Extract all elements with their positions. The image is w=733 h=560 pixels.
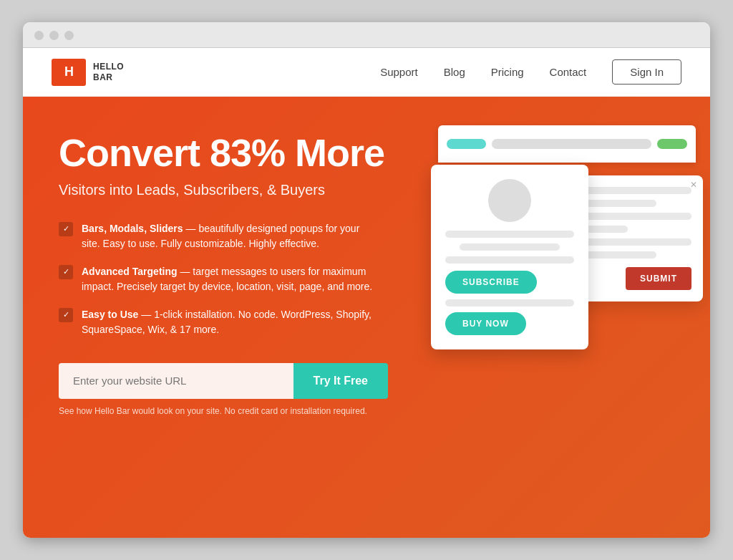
modal-line-3 (445, 256, 574, 264)
url-input[interactable] (59, 363, 293, 399)
feature-text-2: Advanced Targeting — target messages to … (82, 264, 374, 294)
bar-pill-cyan (447, 139, 486, 149)
logo-area: H HELLO BAR (52, 59, 124, 86)
hero-subheadline: Visitors into Leads, Subscribers, & Buye… (59, 182, 431, 198)
feature-item-3: ✓ Easy to Use — 1-click installation. No… (59, 307, 374, 337)
browser-window: H HELLO BAR Support Blog Pricing Contact… (23, 22, 710, 538)
buynow-button[interactable]: BUY NOW (445, 312, 526, 335)
hero-right: ✕ SUBMIT (431, 132, 703, 516)
modal-line-4 (445, 299, 574, 306)
features-list: ✓ Bars, Modals, Sliders — beautifully de… (59, 221, 431, 337)
logo-icon: H (52, 59, 86, 86)
bar-pill-green (657, 139, 687, 149)
browser-dot-2 (49, 31, 59, 40)
navbar: H HELLO BAR Support Blog Pricing Contact… (23, 48, 710, 97)
feature-text-1: Bars, Modals, Sliders — beautifully desi… (82, 221, 374, 251)
mockup-browser-bar (438, 125, 696, 163)
submit-button[interactable]: SUBMIT (626, 267, 691, 290)
nav-links: Support Blog Pricing Contact Sign In (380, 59, 681, 85)
checkmark-icon-2: ✓ (59, 265, 73, 279)
cta-area: Try It Free (59, 363, 388, 399)
modal-line-1 (445, 231, 574, 238)
feature-text-3: Easy to Use — 1-click installation. No c… (82, 307, 374, 337)
hero-section: Convert 83% More Visitors into Leads, Su… (23, 97, 710, 538)
checkmark-icon-1: ✓ (59, 222, 73, 236)
browser-dot-3 (64, 31, 74, 40)
browser-dot-1 (34, 31, 44, 40)
mockup-container: ✕ SUBMIT (431, 125, 703, 354)
hero-left: Convert 83% More Visitors into Leads, Su… (59, 132, 431, 516)
feature-item-2: ✓ Advanced Targeting — target messages t… (59, 264, 374, 294)
cta-note: See how Hello Bar would look on your sit… (59, 406, 431, 416)
mockup-modal: SUBSCRIBE BUY NOW (431, 165, 588, 349)
nav-link-blog[interactable]: Blog (444, 66, 465, 78)
browser-chrome (23, 22, 710, 48)
close-icon[interactable]: ✕ (690, 180, 697, 190)
try-free-button[interactable]: Try It Free (293, 363, 388, 399)
feature-item-1: ✓ Bars, Modals, Sliders — beautifully de… (59, 221, 374, 251)
nav-link-support[interactable]: Support (380, 66, 418, 78)
signin-button[interactable]: Sign In (612, 59, 681, 85)
browser-content: H HELLO BAR Support Blog Pricing Contact… (23, 48, 710, 538)
checkmark-icon-3: ✓ (59, 308, 73, 322)
modal-avatar (488, 179, 531, 222)
logo-text: HELLO BAR (93, 62, 124, 82)
nav-link-pricing[interactable]: Pricing (491, 66, 524, 78)
subscribe-button[interactable]: SUBSCRIBE (445, 271, 537, 294)
modal-line-2 (460, 243, 560, 251)
hero-headline: Convert 83% More (59, 132, 431, 173)
bar-pill-gray (492, 139, 651, 149)
nav-link-contact[interactable]: Contact (550, 66, 587, 78)
